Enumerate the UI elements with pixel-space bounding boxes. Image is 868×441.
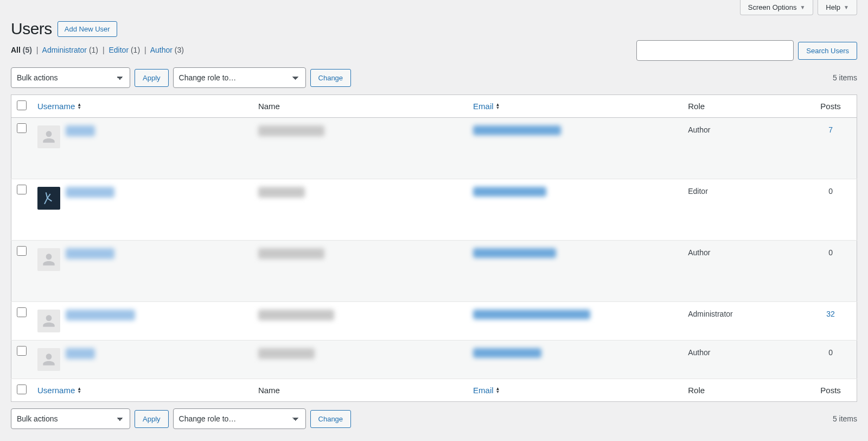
table-row: Administrator32 bbox=[11, 302, 857, 341]
sort-icon: ▲▼ bbox=[77, 387, 81, 394]
table-row: Author0 bbox=[11, 241, 857, 302]
username-link[interactable] bbox=[66, 310, 135, 322]
col-posts-bottom: Posts bbox=[805, 379, 857, 402]
user-name bbox=[258, 310, 334, 320]
caret-down-icon: ▼ bbox=[844, 4, 849, 10]
select-all-top[interactable] bbox=[17, 100, 27, 110]
search-users-input[interactable] bbox=[636, 40, 794, 61]
select-all-bottom[interactable] bbox=[17, 385, 27, 394]
bulk-actions-select-bottom[interactable]: Bulk actions bbox=[11, 408, 130, 429]
users-table: Username▲▼ Name Email▲▼ Role Posts Autho… bbox=[11, 94, 857, 402]
row-checkbox[interactable] bbox=[17, 123, 27, 133]
email-link[interactable] bbox=[473, 351, 541, 360]
username-link[interactable] bbox=[66, 125, 95, 138]
screen-options-label: Screen Options bbox=[748, 3, 797, 11]
help-button[interactable]: Help ▼ bbox=[818, 0, 857, 15]
row-checkbox[interactable] bbox=[17, 307, 27, 317]
table-row: Author0 bbox=[11, 341, 857, 379]
user-role: Editor bbox=[682, 179, 805, 241]
email-link[interactable] bbox=[473, 190, 546, 198]
avatar bbox=[37, 348, 60, 371]
user-role: Author bbox=[682, 118, 805, 179]
change-role-button-top[interactable]: Change bbox=[310, 69, 352, 87]
col-name: Name bbox=[253, 95, 468, 118]
email-link[interactable] bbox=[473, 251, 556, 260]
search-users-button[interactable]: Search Users bbox=[798, 42, 857, 60]
col-posts: Posts bbox=[805, 95, 857, 118]
add-new-user-button[interactable]: Add New User bbox=[58, 21, 117, 37]
user-name bbox=[258, 348, 315, 359]
col-name-bottom: Name bbox=[253, 379, 468, 402]
sort-email[interactable]: Email▲▼ bbox=[473, 102, 500, 111]
user-name bbox=[258, 187, 305, 198]
posts-link[interactable]: 7 bbox=[828, 125, 833, 134]
table-row: Editor0 bbox=[11, 179, 857, 241]
posts-link[interactable]: 32 bbox=[826, 310, 835, 318]
user-name bbox=[258, 248, 324, 259]
posts-count: 0 bbox=[828, 248, 833, 257]
sort-username-bottom[interactable]: Username▲▼ bbox=[37, 386, 81, 395]
change-role-button-bottom[interactable]: Change bbox=[310, 410, 352, 428]
posts-count: 0 bbox=[828, 348, 833, 357]
bulk-actions-select-top[interactable]: Bulk actions bbox=[11, 67, 130, 88]
apply-bulk-bottom[interactable]: Apply bbox=[135, 410, 169, 428]
sort-icon: ▲▼ bbox=[77, 103, 81, 110]
username-link[interactable] bbox=[66, 187, 114, 199]
row-checkbox[interactable] bbox=[17, 246, 27, 256]
row-checkbox[interactable] bbox=[17, 185, 27, 194]
apply-bulk-top[interactable]: Apply bbox=[135, 69, 169, 87]
filter-all[interactable]: All (5) bbox=[11, 46, 34, 54]
col-role: Role bbox=[682, 95, 805, 118]
avatar bbox=[37, 310, 60, 332]
filter-editor[interactable]: Editor (1) bbox=[108, 46, 142, 54]
filter-administrator[interactable]: Administrator (1) bbox=[42, 46, 100, 54]
user-role: Author bbox=[682, 341, 805, 379]
sort-email-bottom[interactable]: Email▲▼ bbox=[473, 386, 500, 395]
username-link[interactable] bbox=[66, 348, 95, 361]
row-checkbox[interactable] bbox=[17, 346, 27, 356]
change-role-select-bottom[interactable]: Change role to… bbox=[173, 408, 306, 429]
items-count-bottom: 5 items bbox=[833, 414, 857, 423]
email-link[interactable] bbox=[473, 128, 561, 137]
change-role-select-top[interactable]: Change role to… bbox=[173, 67, 306, 88]
filter-author[interactable]: Author (3) bbox=[150, 46, 184, 54]
items-count-top: 5 items bbox=[833, 73, 857, 82]
table-row: Author7 bbox=[11, 118, 857, 179]
page-title: Users bbox=[11, 20, 52, 38]
caret-down-icon: ▼ bbox=[800, 4, 805, 10]
avatar bbox=[37, 125, 60, 148]
screen-options-button[interactable]: Screen Options ▼ bbox=[740, 0, 814, 15]
sort-icon: ▲▼ bbox=[496, 103, 500, 110]
sort-username[interactable]: Username▲▼ bbox=[37, 102, 81, 111]
help-label: Help bbox=[826, 3, 840, 11]
sort-icon: ▲▼ bbox=[496, 387, 500, 394]
username-link[interactable] bbox=[66, 248, 114, 261]
user-name bbox=[258, 125, 324, 136]
user-role: Author bbox=[682, 241, 805, 302]
avatar bbox=[37, 187, 60, 210]
avatar bbox=[37, 248, 60, 271]
user-role: Administrator bbox=[682, 302, 805, 341]
col-role-bottom: Role bbox=[682, 379, 805, 402]
posts-count: 0 bbox=[828, 187, 833, 196]
email-link[interactable] bbox=[473, 312, 590, 321]
